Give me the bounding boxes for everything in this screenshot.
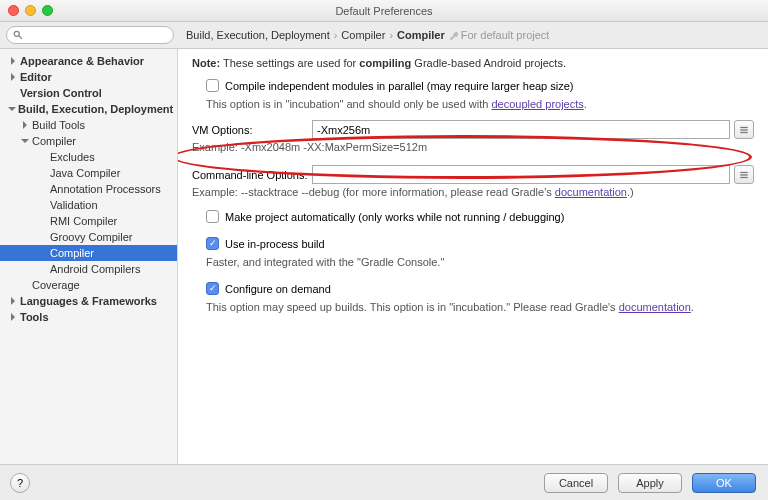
window-title: Default Preferences <box>0 5 768 17</box>
tree-spacer <box>38 248 48 258</box>
auto-make-row: Make project automatically (only works w… <box>206 210 754 223</box>
apply-button[interactable]: Apply <box>618 473 682 493</box>
cli-options-row: Command-line Options: <box>192 165 754 184</box>
inproc-row: Use in-process build <box>206 237 754 250</box>
svg-rect-7 <box>740 176 748 177</box>
cli-options-input[interactable] <box>312 165 730 184</box>
sidebar-item-editor[interactable]: Editor <box>0 69 177 85</box>
sidebar-item-label: Build Tools <box>32 119 85 131</box>
sidebar-item-label: Coverage <box>32 279 80 291</box>
sidebar-item-languages-frameworks[interactable]: Languages & Frameworks <box>0 293 177 309</box>
breadcrumb-part: Build, Execution, Deployment <box>186 29 330 41</box>
incubation-hint: This option is in "incubation" and shoul… <box>206 98 754 110</box>
breadcrumb-separator: › <box>389 29 393 41</box>
breadcrumb-hint: For default project <box>449 29 550 41</box>
config-demand-row: Configure on demand <box>206 282 754 295</box>
dialog-footer: ? Cancel Apply OK <box>0 464 768 500</box>
sidebar-item-label: Groovy Compiler <box>50 231 133 243</box>
breadcrumb: Build, Execution, Deployment › Compiler … <box>174 29 762 41</box>
sidebar-item-annotation-processors[interactable]: Annotation Processors <box>0 181 177 197</box>
sidebar-item-label: Tools <box>20 311 49 323</box>
sidebar-item-label: Annotation Processors <box>50 183 161 195</box>
chevron-right-icon <box>20 120 30 130</box>
tree-spacer <box>38 184 48 194</box>
config-demand-hint: This option may speed up builds. This op… <box>206 301 754 313</box>
help-button[interactable]: ? <box>10 473 30 493</box>
vm-options-history-button[interactable] <box>734 120 754 139</box>
history-icon <box>739 125 749 135</box>
sidebar-item-compiler[interactable]: Compiler <box>0 133 177 149</box>
ok-button[interactable]: OK <box>692 473 756 493</box>
cancel-button[interactable]: Cancel <box>544 473 608 493</box>
auto-make-checkbox[interactable] <box>206 210 219 223</box>
sidebar-item-label: Java Compiler <box>50 167 120 179</box>
content-panel: Note: These settings are used for compil… <box>178 49 768 464</box>
sidebar-item-build-tools[interactable]: Build Tools <box>0 117 177 133</box>
tree-spacer <box>38 200 48 210</box>
auto-make-label: Make project automatically (only works w… <box>225 211 564 223</box>
chevron-down-icon <box>20 136 30 146</box>
sidebar-item-compiler[interactable]: Compiler <box>0 245 177 261</box>
sidebar-item-label: Build, Execution, Deployment <box>18 103 173 115</box>
svg-rect-3 <box>740 129 748 130</box>
svg-rect-2 <box>740 126 748 127</box>
breadcrumb-current: Compiler <box>397 29 445 41</box>
sidebar-item-label: Android Compilers <box>50 263 140 275</box>
tree-spacer <box>38 152 48 162</box>
sidebar-item-label: Compiler <box>50 247 94 259</box>
sidebar-item-validation[interactable]: Validation <box>0 197 177 213</box>
search-icon <box>13 30 23 40</box>
top-row: Build, Execution, Deployment › Compiler … <box>0 22 768 48</box>
chevron-down-icon <box>8 104 16 114</box>
settings-tree: Appearance & BehaviorEditorVersion Contr… <box>0 49 177 329</box>
vm-options-row: VM Options: <box>192 120 754 139</box>
tree-spacer <box>38 264 48 274</box>
config-demand-checkbox[interactable] <box>206 282 219 295</box>
compile-parallel-checkbox[interactable] <box>206 79 219 92</box>
svg-rect-4 <box>740 131 748 132</box>
history-icon <box>739 170 749 180</box>
sidebar: Appearance & BehaviorEditorVersion Contr… <box>0 49 178 464</box>
sidebar-item-coverage[interactable]: Coverage <box>0 277 177 293</box>
gradle-doc-link[interactable]: documentation <box>555 186 627 198</box>
inproc-hint: Faster, and integrated with the "Gradle … <box>206 256 754 268</box>
inproc-checkbox[interactable] <box>206 237 219 250</box>
tree-spacer <box>38 232 48 242</box>
tree-spacer <box>38 216 48 226</box>
sidebar-item-android-compilers[interactable]: Android Compilers <box>0 261 177 277</box>
chevron-right-icon <box>8 312 18 322</box>
svg-line-1 <box>19 36 22 39</box>
sidebar-item-label: Excludes <box>50 151 95 163</box>
vm-options-input[interactable] <box>312 120 730 139</box>
breadcrumb-part: Compiler <box>341 29 385 41</box>
cli-options-history-button[interactable] <box>734 165 754 184</box>
sidebar-item-label: Validation <box>50 199 98 211</box>
settings-note: Note: These settings are used for compil… <box>192 57 754 69</box>
sidebar-item-rmi-compiler[interactable]: RMI Compiler <box>0 213 177 229</box>
sidebar-item-build-execution-deployment[interactable]: Build, Execution, Deployment <box>0 101 177 117</box>
sidebar-item-excludes[interactable]: Excludes <box>0 149 177 165</box>
svg-rect-5 <box>740 171 748 172</box>
chevron-right-icon <box>8 56 18 66</box>
chevron-right-icon <box>8 72 18 82</box>
sidebar-item-label: Appearance & Behavior <box>20 55 144 67</box>
sidebar-item-version-control[interactable]: Version Control <box>0 85 177 101</box>
search-input[interactable] <box>6 26 174 44</box>
sidebar-item-tools[interactable]: Tools <box>0 309 177 325</box>
svg-point-0 <box>14 31 19 36</box>
compile-parallel-row: Compile independent modules in parallel … <box>206 79 754 92</box>
sidebar-item-java-compiler[interactable]: Java Compiler <box>0 165 177 181</box>
decoupled-projects-link[interactable]: decoupled projects <box>491 98 583 110</box>
sidebar-item-appearance-behavior[interactable]: Appearance & Behavior <box>0 53 177 69</box>
inproc-label: Use in-process build <box>225 238 325 250</box>
vm-options-example: Example: -Xmx2048m -XX:MaxPermSize=512m <box>192 141 754 153</box>
tree-spacer <box>20 280 30 290</box>
wrench-icon <box>449 31 458 40</box>
sidebar-item-groovy-compiler[interactable]: Groovy Compiler <box>0 229 177 245</box>
sidebar-item-label: Languages & Frameworks <box>20 295 157 307</box>
cli-options-example: Example: --stacktrace --debug (for more … <box>192 186 754 198</box>
gradle-doc-link-2[interactable]: documentation <box>619 301 691 313</box>
chevron-right-icon <box>8 296 18 306</box>
svg-rect-6 <box>740 174 748 175</box>
sidebar-item-label: Version Control <box>20 87 102 99</box>
